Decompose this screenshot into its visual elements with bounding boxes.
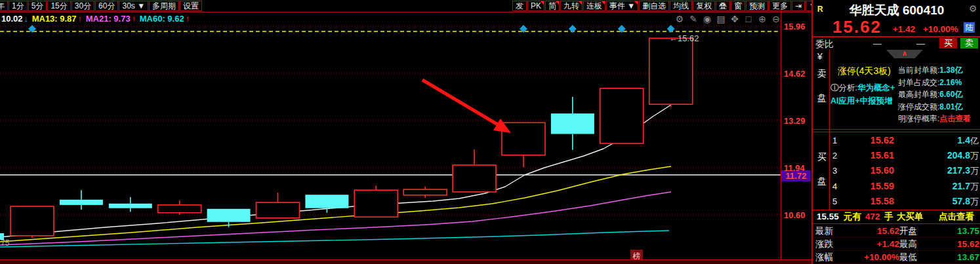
sell-button[interactable]: 卖 (960, 38, 978, 48)
period-button-7[interactable]: 多周期 (149, 1, 179, 11)
eye-icon[interactable]: ◉ (703, 14, 711, 24)
order-level: 2 (830, 148, 852, 163)
candle-body (453, 165, 496, 192)
tool-button-1[interactable]: PK (527, 1, 544, 11)
divider (813, 223, 980, 224)
weibi-label: 委比 (815, 39, 834, 50)
pan-hand-icon[interactable]: ✥ (731, 14, 739, 24)
period-button-1[interactable]: 1分 (9, 1, 28, 11)
ma-legend-item: ↓ (24, 14, 29, 24)
rect-select-icon[interactable]: □ (746, 14, 752, 24)
limit-up-stat-row: 涨停成交额:8.01亿 (898, 101, 980, 113)
period-button-3[interactable]: 15分 (47, 1, 70, 11)
order-book-row[interactable]: 415.5921.7万 (830, 179, 980, 194)
quote-panel: R 华胜天成 600410 ⚙ 15.62 +1.42 +10.00% 陆 委比… (811, 0, 980, 264)
buy-side-label2: 盘 (817, 176, 827, 187)
tool-button-8[interactable]: 复权 (693, 1, 715, 11)
order-price: 15.60 (852, 163, 912, 178)
tool-button-7[interactable]: 均线 (670, 1, 692, 11)
period-button-8[interactable]: 设置 (180, 1, 202, 11)
stat-value: 13.75 (933, 225, 979, 238)
price-axis: 11.72 15.9614.6213.2911.9410.60 (781, 0, 811, 264)
period-button-0[interactable]: 年 (0, 1, 8, 11)
axis-label: 10.60 (784, 210, 806, 220)
zoom-in-icon[interactable]: ⊕ (758, 14, 766, 24)
limit-up-stat-row[interactable]: 明涨停概率:点击查看 (898, 113, 980, 125)
big-order-price: 15.55 (817, 211, 839, 223)
ma-legend-item: MA21: 9.73 (83, 14, 131, 24)
corner-flag-icon (579, 1, 582, 5)
order-price: 15.59 (852, 179, 912, 194)
period-button-6[interactable]: 30s ▼ (119, 1, 148, 11)
period-button-group: 年1分5分15分30分60分30s ▼多周期设置 (0, 1, 203, 11)
big-order-row[interactable]: 15.55 元有 472 手 大买单 点击查看 (813, 211, 980, 223)
zoom-out-icon[interactable]: ⊖ (772, 14, 780, 24)
limit-up-stat-row: 当前封单额:1.38亿 (898, 64, 980, 77)
stat-value: 13.67 (933, 251, 979, 264)
panel-icon[interactable]: ▤ (716, 14, 725, 24)
gear-icon[interactable]: ⚙ (676, 14, 684, 24)
order-level: 5 (830, 194, 852, 209)
pen-icon[interactable]: ✎ (689, 14, 697, 24)
candle-body (60, 200, 103, 205)
axis-border-line (781, 12, 781, 259)
tool-button-2[interactable]: 简 (545, 1, 560, 11)
price-change-pct: +10.00% (923, 24, 958, 34)
big-order-t3: 大买单 (897, 211, 924, 223)
candlestick-chart[interactable]: ←15.6275榜⚙✎◉▤✥□⊕⊖ (0, 12, 781, 259)
tool-button-11[interactable]: 预测 (746, 1, 768, 11)
app-window: 年1分5分15分30分60分30s ▼多周期设置 发PK简九转连板事件 ▼删自选… (0, 0, 980, 264)
gear-icon[interactable]: ⚙ (969, 3, 977, 14)
stat-value: 15.62 (844, 225, 899, 238)
stat-value: 15.62 (933, 238, 979, 251)
buy-side-label: 买 (817, 151, 827, 163)
high-price-callout: ←15.62 (669, 33, 699, 43)
stat-label: 最新 (815, 225, 844, 238)
order-price: 15.61 (852, 148, 912, 163)
order-book-row[interactable]: 315.60217.3万 (830, 163, 980, 178)
candle-body (502, 123, 545, 155)
tool-button-0[interactable]: 发 (512, 1, 527, 11)
period-button-2[interactable]: 5分 (28, 1, 47, 11)
order-level: 3 (830, 163, 852, 178)
annotation-arrow (422, 80, 500, 126)
tool-button-6[interactable]: 删自选 (639, 1, 669, 11)
period-button-5[interactable]: 60分 (95, 1, 118, 11)
limit-up-stat-row: 封单占成交:2.16% (898, 77, 980, 89)
limit-up-stat-row: 最高封单额:6.60亿 (898, 88, 980, 101)
stat-label: 涨幅 (815, 251, 844, 264)
tool-button-4[interactable]: 连板 (583, 1, 605, 11)
order-level: 4 (830, 179, 852, 194)
price-change: +1.42 (893, 24, 915, 34)
tool-button-10[interactable]: 窗 (731, 1, 745, 11)
chart-bottom-band (0, 259, 811, 264)
weibi-value: — (873, 39, 882, 48)
order-book-row[interactable]: 115.621.4亿 (830, 133, 980, 148)
tool-button-3[interactable]: 九转 (560, 1, 582, 11)
axis-label: 11.94 (784, 163, 805, 173)
order-book-row[interactable]: 215.61204.8万 (830, 148, 980, 163)
candle-body (305, 195, 348, 208)
collapse-tab[interactable]: ∧ (886, 50, 923, 58)
candle-body (403, 189, 447, 195)
ma-legend-item: MA60: 9.62 (137, 14, 184, 24)
yen-symbol: ¥ (817, 51, 823, 62)
buy-button[interactable]: 买 (939, 38, 957, 48)
tool-button-5[interactable]: 事件 ▼ (606, 1, 638, 11)
order-amount: 204.8万 (912, 148, 979, 163)
quote-stats-grid: 最新15.62开盘13.75涨跌+1.42最高15.62涨幅+10.00%最低1… (815, 225, 979, 264)
ma-legend-item: MA13: 9.87 (30, 14, 77, 24)
sell-side-label: 卖 (817, 68, 827, 80)
tool-button-9[interactable]: 叠 (716, 1, 730, 11)
big-order-link[interactable]: 点击查看 (939, 211, 974, 223)
sell-side-label2: 盘 (817, 92, 827, 104)
period-button-4[interactable]: 30分 (71, 1, 94, 11)
stat-value: +1.42 (844, 238, 899, 251)
rank-badge[interactable]: 榜 (632, 252, 641, 259)
corner-flag-icon (602, 1, 605, 5)
stat-label: 最高 (899, 238, 933, 251)
candle-body (10, 206, 54, 236)
order-book-row[interactable]: 515.5857.8万 (830, 194, 980, 209)
tools-button-group: 发PK简九转连板事件 ▼删自选均线复权叠窗预测更多⇥▼ (512, 1, 821, 11)
big-order-t2: 手 (884, 211, 893, 223)
